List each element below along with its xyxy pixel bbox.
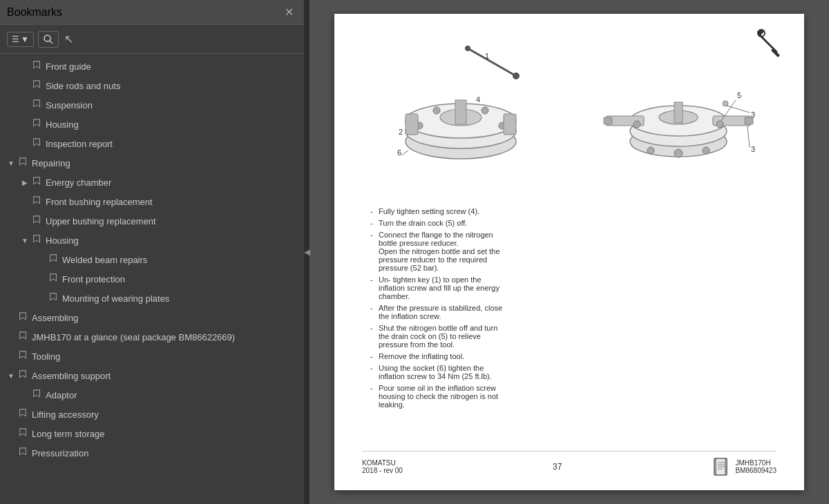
pdf-page: 1 2 4 xyxy=(334,14,804,490)
expand-placeholder xyxy=(19,389,30,400)
tree-item-adaptor[interactable]: Adaptor xyxy=(0,385,304,405)
brand-date: 2018 - rev 00 xyxy=(362,467,403,474)
close-button[interactable]: ✕ xyxy=(281,4,297,20)
tree-item-tooling[interactable]: Tooling xyxy=(0,347,304,366)
expand-placeholder xyxy=(19,196,30,207)
pdf-footer-branding: KOMATSU 2018 - rev 00 xyxy=(362,459,403,474)
pdf-page-number: 37 xyxy=(553,462,562,472)
bookmark-flag-icon xyxy=(32,215,41,226)
bookmarks-toolbar: ☰ ▼ ↖ xyxy=(0,25,304,54)
item-label: Long term storage xyxy=(32,429,105,439)
pdf-corner-icon xyxy=(756,28,783,62)
svg-rect-19 xyxy=(406,114,418,135)
manual-icon xyxy=(712,457,731,476)
item-label: Front protection xyxy=(62,274,125,284)
svg-point-38 xyxy=(674,149,683,157)
item-label: Front guide xyxy=(46,61,91,72)
bookmark-flag-icon xyxy=(18,351,28,362)
svg-point-15 xyxy=(433,107,440,114)
bookmark-flag-icon xyxy=(32,196,41,207)
svg-line-43 xyxy=(747,126,750,147)
instruction-6: Shut the nitrogen bottle off and turnthe… xyxy=(369,324,776,349)
svg-point-5 xyxy=(513,72,520,79)
instruction-9: Pour some oil in the inflation screwhous… xyxy=(369,384,776,409)
tree-item-front-bushing[interactable]: Front bushing replacement xyxy=(0,192,304,211)
item-label: Pressurization xyxy=(32,448,88,458)
layout-toggle-button[interactable]: ☰ ▼ xyxy=(7,32,34,47)
expand-placeholder xyxy=(36,293,47,304)
pdf-panel: 1 2 4 xyxy=(309,0,829,504)
item-label: Suspension xyxy=(46,100,93,110)
instruction-3: Connect the flange to the nitrogenbottle… xyxy=(369,231,776,272)
bookmark-flag-icon xyxy=(32,99,41,110)
tree-item-mounting-plates[interactable]: Mounting of wearing plates xyxy=(0,289,304,308)
tree-item-side-rods[interactable]: Side rods and nuts xyxy=(0,76,304,95)
instruction-4: Un- tighten key (1) to open theinflation… xyxy=(369,275,776,300)
expand-placeholder xyxy=(19,80,30,91)
bookmark-flag-icon xyxy=(18,447,28,458)
svg-rect-29 xyxy=(604,117,612,124)
expand-placeholder xyxy=(6,312,17,323)
item-label: Energy chamber xyxy=(46,177,111,188)
instruction-7: Remove the inflating tool. xyxy=(369,352,776,360)
item-label: Repairing xyxy=(32,158,70,168)
cursor-icon: ↖ xyxy=(64,32,73,46)
tree-item-housing-1[interactable]: Housing xyxy=(0,115,304,134)
item-label: JMHB170 at a glance (seal package BM8662… xyxy=(32,332,235,342)
tree-item-pressurization[interactable]: Pressurization xyxy=(0,443,304,463)
svg-point-16 xyxy=(482,107,488,114)
tree-item-inspection[interactable]: Inspection report xyxy=(0,134,304,153)
tree-item-front-guide[interactable]: Front guide xyxy=(0,57,304,76)
tree-item-long-term[interactable]: Long term storage xyxy=(0,424,304,443)
search-bookmarks-button[interactable] xyxy=(38,31,59,48)
collapse-arrow-icon: ▼ xyxy=(19,235,30,246)
tree-item-welded-beam[interactable]: Welded beam repairs xyxy=(0,250,304,269)
expand-placeholder xyxy=(6,351,17,362)
tree-item-energy-chamber[interactable]: ▶ Energy chamber xyxy=(0,173,304,192)
svg-text:6: 6 xyxy=(397,148,401,157)
expand-placeholder xyxy=(19,138,30,149)
tree-item-lifting-accessory[interactable]: Lifting accessory xyxy=(0,405,304,424)
svg-text:5: 5 xyxy=(737,91,741,99)
tree-item-suspension[interactable]: Suspension xyxy=(0,95,304,115)
item-label: Lifting accessory xyxy=(32,409,99,420)
expand-arrow-icon: ▶ xyxy=(19,177,30,188)
tree-item-assembling[interactable]: Assembling xyxy=(0,308,304,327)
model-info: JMHB170H BM86809423 xyxy=(735,459,776,474)
tree-item-housing-2[interactable]: ▼ Housing xyxy=(0,231,304,250)
item-label: Assembling support xyxy=(32,371,111,381)
instruction-2: Turn the drain cock (5) off. xyxy=(369,219,776,227)
item-label: Welded beam repairs xyxy=(62,255,147,265)
instruction-1: Fully tighten setting screw (4). xyxy=(369,207,776,215)
expand-placeholder xyxy=(19,99,30,110)
tree-item-repairing[interactable]: ▼ Repairing xyxy=(0,153,304,173)
panel-resize-handle[interactable] xyxy=(304,0,309,504)
bookmark-flag-icon xyxy=(48,293,58,304)
item-label: Upper bushing replacement xyxy=(46,216,156,226)
tree-item-upper-bushing[interactable]: Upper bushing replacement xyxy=(0,211,304,231)
svg-text:3: 3 xyxy=(751,145,755,153)
bookmark-flag-icon xyxy=(32,177,41,188)
bookmarks-title: Bookmarks xyxy=(7,6,62,19)
svg-point-6 xyxy=(465,46,470,51)
model-name: JMHB170H xyxy=(735,459,776,467)
expand-placeholder xyxy=(6,447,17,458)
svg-point-39 xyxy=(647,147,654,154)
svg-rect-20 xyxy=(504,114,516,135)
collapse-arrow-icon: ▼ xyxy=(6,157,17,168)
bookmark-flag-icon xyxy=(18,428,28,439)
bookmarks-tree[interactable]: Front guide Side rods and nuts Suspensio… xyxy=(0,54,304,504)
tree-item-assembling-support[interactable]: ▼ Assembling support xyxy=(0,366,304,385)
pdf-footer-model: JMHB170H BM86809423 xyxy=(712,457,776,476)
item-label: Front bushing replacement xyxy=(46,197,153,207)
pdf-diagram-left: 1 2 4 xyxy=(362,41,559,193)
expand-placeholder xyxy=(19,61,30,72)
bookmark-flag-icon xyxy=(18,370,28,381)
tree-item-front-protection[interactable]: Front protection xyxy=(0,269,304,289)
tree-item-jmhb170[interactable]: JMHB170 at a glance (seal package BM8662… xyxy=(0,327,304,347)
svg-point-40 xyxy=(703,147,709,154)
svg-rect-27 xyxy=(674,102,683,123)
svg-point-34 xyxy=(723,101,728,106)
bookmark-flag-icon xyxy=(48,273,58,284)
item-label: Tooling xyxy=(32,351,60,362)
